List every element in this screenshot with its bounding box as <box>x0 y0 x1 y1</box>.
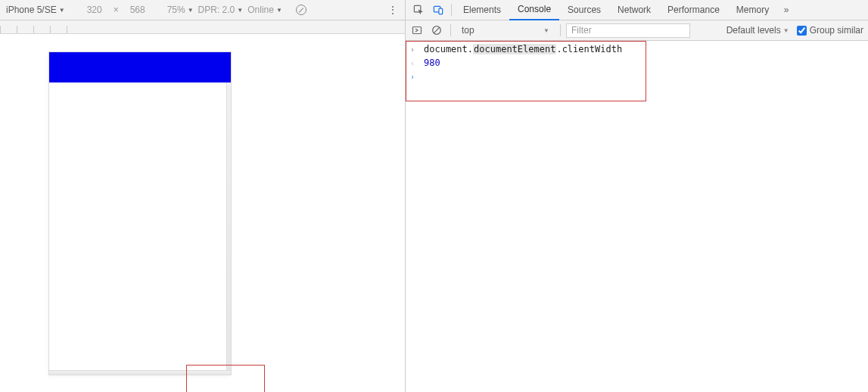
console-prompt-input[interactable] <box>424 71 429 82</box>
scrollbar-horizontal[interactable] <box>49 370 231 375</box>
group-similar-label: Group similar <box>810 25 863 36</box>
chevron-down-icon: ▼ <box>237 7 243 14</box>
devtools-tabs: Elements Console Sources Network Perform… <box>406 0 868 20</box>
device-select[interactable]: iPhone 5/SE ▼ <box>6 5 65 15</box>
scrollbar-vertical[interactable] <box>226 82 231 370</box>
device-toggle-icon[interactable] <box>428 0 448 20</box>
console-sidebar-toggle-icon[interactable] <box>409 25 425 36</box>
log-levels-select[interactable]: Default levels ▼ <box>723 25 792 36</box>
height-input[interactable]: 568 <box>125 5 151 15</box>
clear-console-icon[interactable] <box>428 25 445 36</box>
levels-value: Default levels <box>726 25 781 36</box>
output-marker-icon: ‹ <box>410 59 418 67</box>
device-stage <box>0 34 405 392</box>
tabs-overflow-icon[interactable]: » <box>777 5 795 15</box>
dimension-separator: × <box>112 5 120 15</box>
tab-performance[interactable]: Performance <box>659 0 728 20</box>
console-prompt-line[interactable]: › <box>406 70 868 83</box>
tab-elements[interactable]: Elements <box>455 0 509 20</box>
device-frame[interactable] <box>49 52 231 375</box>
group-similar-input[interactable] <box>797 26 807 36</box>
zoom-select[interactable]: 75% ▼ <box>167 5 194 15</box>
console-toolbar: top ▼ Default levels ▼ Group similar <box>406 20 868 41</box>
console-result-line: ‹ 980 <box>406 56 868 70</box>
inspect-element-icon[interactable] <box>409 0 428 20</box>
kebab-menu-icon[interactable]: ⋮ <box>387 5 399 15</box>
tab-sources[interactable]: Sources <box>559 0 609 20</box>
console-input-line: › document.documentElement.clientWidth <box>406 42 868 56</box>
chevron-down-icon: ▼ <box>783 27 789 34</box>
dpr-value: DPR: 2.0 <box>198 5 235 15</box>
rotate-icon[interactable] <box>296 5 306 15</box>
filter-input[interactable] <box>566 23 690 38</box>
chevron-down-icon: ▼ <box>276 7 282 14</box>
chevron-down-icon: ▼ <box>188 7 194 14</box>
dpr-select[interactable]: DPR: 2.0 ▼ <box>198 5 244 15</box>
group-similar-checkbox[interactable]: Group similar <box>795 25 865 36</box>
input-marker-icon: › <box>410 45 418 54</box>
console-body[interactable]: › document.documentElement.clientWidth ‹… <box>406 41 868 392</box>
tab-console[interactable]: Console <box>509 0 559 20</box>
tab-network[interactable]: Network <box>609 0 659 20</box>
page-header-bar <box>49 52 231 82</box>
tab-memory[interactable]: Memory <box>728 0 777 20</box>
console-input-code: document.documentElement.clientWidth <box>424 44 622 54</box>
prompt-marker-icon: › <box>410 73 418 81</box>
ruler <box>0 20 405 34</box>
device-name: iPhone 5/SE <box>6 5 57 15</box>
context-select[interactable]: top ▼ <box>456 23 555 38</box>
svg-rect-2 <box>438 8 442 14</box>
width-input[interactable]: 320 <box>82 5 107 15</box>
chevron-down-icon: ▼ <box>543 27 549 34</box>
device-toolbar: iPhone 5/SE ▼ 320 × 568 75% ▼ DPR: 2.0 ▼… <box>0 0 405 20</box>
chevron-down-icon: ▼ <box>59 7 65 14</box>
console-result-value: 980 <box>424 58 440 68</box>
throttle-select[interactable]: Online ▼ <box>247 5 282 15</box>
context-value: top <box>462 25 474 36</box>
throttle-value: Online <box>247 5 274 15</box>
zoom-value: 75% <box>167 5 185 15</box>
